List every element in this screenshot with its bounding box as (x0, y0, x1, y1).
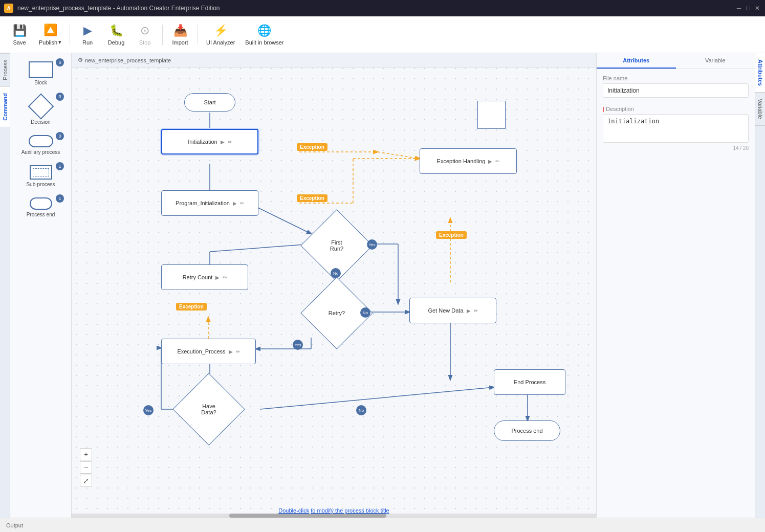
built-in-browser-button[interactable]: 🌐 Built in browser (241, 19, 288, 50)
sidebar-item-block[interactable]: 6 Block (12, 57, 69, 90)
execution-process-label: Execution_Process (177, 348, 225, 354)
end-process-node[interactable]: End Process (494, 369, 565, 395)
retry-count-node[interactable]: Retry Count ▶ ✏ (161, 264, 248, 290)
zoom-in-button[interactable]: + (80, 448, 92, 460)
bottom-bar: Output (0, 518, 765, 532)
sidebar-item-processend[interactable]: 1 Process end (12, 193, 69, 221)
yes-badge-havedata: Yes (143, 405, 154, 415)
zoom-controls: + − ⤢ (80, 448, 92, 487)
zoom-fit-button[interactable]: ⤢ (80, 475, 92, 487)
process-end-node[interactable]: Process end (494, 420, 560, 441)
run-button[interactable]: ▶ Run (74, 19, 101, 50)
sidebar-item-subprocess[interactable]: 1 Sub-process (12, 161, 69, 191)
processend-shape (30, 197, 52, 210)
edit-exc-icon[interactable]: ✏ (495, 159, 499, 164)
publish-button[interactable]: 🔼 Publish ▾ (35, 19, 65, 50)
edit-prog-icon[interactable]: ✏ (240, 201, 244, 206)
decision-shape (28, 94, 54, 120)
file-name-input[interactable] (603, 83, 749, 98)
yes-badge-firstrun: Yes (367, 239, 377, 250)
canvas-scrollbar-thumb[interactable] (229, 514, 387, 518)
edit-node-icon[interactable]: ✏ (228, 139, 232, 145)
decision-badge: 3 (56, 93, 64, 101)
minimize-button[interactable]: ─ (735, 5, 742, 12)
hint-link[interactable]: Double-click (278, 507, 309, 514)
description-input[interactable]: Initialization (603, 114, 749, 143)
breadcrumb-path: new_enterprise_process_template (85, 57, 171, 63)
left-tabs: Process Command (0, 53, 10, 518)
window-title: new_enterprise_process_template - Automa… (17, 5, 731, 12)
start-label: Start (204, 99, 215, 105)
auxiliary-label: Auxiliary process (21, 149, 60, 155)
no-badge-firstrun: No (331, 268, 341, 278)
sidebar-item-decision[interactable]: 3 Decision (12, 92, 69, 129)
canvas-area[interactable]: ⚙ new_enterprise_process_template (72, 53, 596, 518)
initialization-node[interactable]: Initialization ▶ ✏ (161, 129, 258, 154)
tab-variable[interactable]: Variable (676, 53, 755, 69)
debug-button[interactable]: 🐛 Debug (103, 19, 129, 50)
import-button[interactable]: 📥 Import (167, 19, 193, 50)
process-tab[interactable]: Process (0, 53, 10, 86)
vtab-variable[interactable]: Variable (755, 93, 765, 126)
maximize-button[interactable]: □ (745, 5, 752, 12)
file-name-label: File name (603, 75, 749, 81)
file-name-group: File name (603, 75, 749, 98)
exception-badge-4[interactable]: Exception (176, 303, 207, 311)
run-icon: ▶ (83, 24, 92, 37)
exception-badge-1[interactable]: Exception (297, 143, 327, 151)
description-group: Description Initialization 14 / 20 (603, 106, 749, 151)
close-button[interactable]: ✕ (754, 5, 761, 12)
edit-gnd-icon[interactable]: ✏ (474, 308, 478, 314)
run-node-icon[interactable]: ▶ (221, 139, 225, 145)
program-init-node[interactable]: Program_Initialization ▶ ✏ (161, 190, 258, 216)
app-icon: A (4, 4, 13, 13)
browser-icon: 🌐 (257, 24, 271, 37)
output-label: Output (6, 522, 23, 528)
run-gnd-icon[interactable]: ▶ (467, 308, 471, 314)
execution-process-node[interactable]: Execution_Process ▶ ✏ (161, 339, 256, 364)
stop-button[interactable]: ⊙ Stop (132, 19, 158, 50)
sidebar: 6 Block 3 Decision 0 Auxiliary process 1 (10, 53, 72, 518)
exception-badge-3[interactable]: Exception (436, 231, 467, 239)
toolbar-separator-3 (198, 25, 198, 45)
sidebar-item-auxiliary[interactable]: 0 Auxiliary process (12, 131, 69, 159)
tab-attributes[interactable]: Attributes (597, 53, 676, 69)
toolbar: 💾 Save 🔼 Publish ▾ ▶ Run 🐛 Debug ⊙ Stop … (0, 16, 765, 53)
ui-analyzer-icon: ⚡ (214, 24, 228, 37)
exception-handling-node[interactable]: Exception Handling ▶ ✏ (420, 148, 517, 174)
exception-handling-label: Exception Handling (437, 158, 486, 164)
run-exc-icon[interactable]: ▶ (488, 159, 492, 164)
save-button[interactable]: 💾 Save (6, 19, 33, 50)
no-badge-retry: No (360, 307, 370, 318)
retry-count-label: Retry Count (183, 274, 213, 280)
blank-node[interactable] (477, 101, 506, 129)
canvas-scrollbar[interactable] (72, 514, 596, 518)
stop-icon: ⊙ (140, 24, 149, 37)
run-prog-icon[interactable]: ▶ (233, 201, 237, 206)
start-node[interactable]: Start (184, 93, 235, 112)
canvas-body[interactable]: Start Initialization ▶ ✏ Exception Excep… (72, 68, 596, 518)
command-tab[interactable]: Command (0, 86, 10, 127)
exception-badge-2[interactable]: Exception (297, 194, 327, 202)
zoom-out-button[interactable]: − (80, 461, 92, 474)
edit-exec-icon[interactable]: ✏ (236, 349, 240, 354)
decision-label: Decision (31, 119, 50, 125)
have-data-diamond[interactable] (172, 373, 245, 445)
breadcrumb-icon: ⚙ (78, 57, 83, 63)
get-new-data-node[interactable]: Get New Data ▶ ✏ (409, 298, 496, 323)
program-init-label: Program_Initialization (176, 200, 230, 206)
get-new-data-label: Get New Data (428, 307, 463, 314)
right-panel-body: File name Description Initialization 14 … (597, 69, 755, 518)
ui-analyzer-button[interactable]: ⚡ UI Analyzer (202, 19, 239, 50)
subprocess-badge: 1 (56, 162, 64, 170)
no-badge-havedata: No (356, 405, 366, 415)
run-exec-icon[interactable]: ▶ (229, 349, 233, 354)
char-counter: 14 / 20 (603, 145, 749, 151)
window-controls: ─ □ ✕ (735, 5, 761, 12)
toolbar-separator-2 (162, 25, 163, 45)
edit-retry-icon[interactable]: ✏ (223, 275, 227, 280)
vtab-attributes[interactable]: Attributes (755, 53, 765, 93)
run-retry-icon[interactable]: ▶ (215, 275, 220, 280)
subprocess-label: Sub-process (26, 182, 55, 187)
auxiliary-shape (29, 135, 53, 147)
